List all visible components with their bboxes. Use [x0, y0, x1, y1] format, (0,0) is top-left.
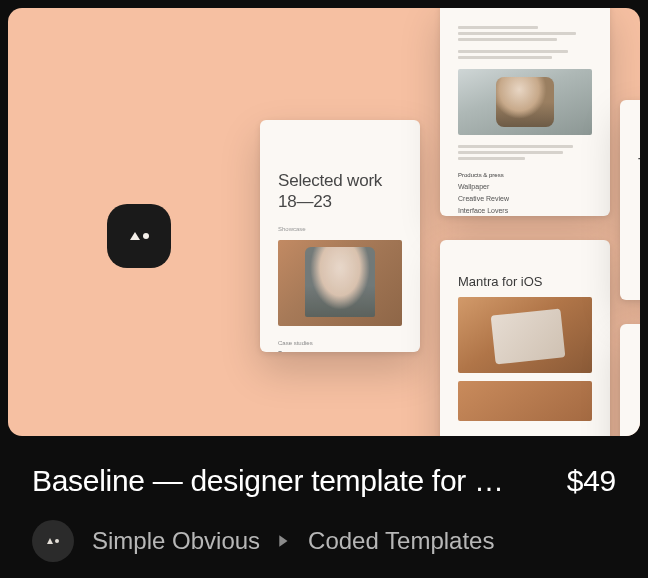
mockup-bottom-label: Case studies — [278, 340, 402, 346]
brand-squircle-icon — [107, 204, 171, 268]
mockup-page-about: Products & press Wallpaper Creative Revi… — [440, 8, 610, 216]
mockup-heading: The — [638, 156, 640, 174]
mockup-page-right-peek: The — [620, 100, 640, 300]
mockup-section-heading: Products & press — [458, 172, 592, 178]
mockup-image — [458, 381, 592, 421]
mockup-link-label: Super app → — [278, 350, 402, 352]
dot-glyph-icon — [55, 539, 59, 543]
product-title[interactable]: Baseline — designer template for F… — [32, 464, 512, 498]
mockup-heading: Selected work 18—23 — [278, 170, 402, 212]
category-link[interactable]: Coded Templates — [308, 527, 494, 555]
mockup-heading-line1: Selected work — [278, 171, 382, 190]
mockup-page-selected-work: Selected work 18—23 Showcase Case studie… — [260, 120, 420, 352]
mockup-image — [278, 240, 402, 326]
mockup-heading: Mantra for iOS — [458, 274, 592, 289]
product-card[interactable]: Selected work 18—23 Showcase Case studie… — [0, 0, 648, 578]
mockup-image — [458, 69, 592, 135]
triangle-glyph-icon — [47, 538, 53, 544]
mockup-page-bottom-peek — [620, 324, 640, 436]
list-item: Wallpaper — [458, 182, 592, 191]
list-item: Creative Review — [458, 194, 592, 203]
product-thumbnail[interactable]: Selected work 18—23 Showcase Case studie… — [8, 8, 640, 436]
dot-glyph-icon — [143, 233, 149, 239]
mockup-section-label: Showcase — [278, 226, 402, 232]
list-item: Interface Lovers — [458, 206, 592, 215]
product-meta: Baseline — designer template for F… $49 … — [0, 444, 648, 562]
mockup-page-mantra: Mantra for iOS — [440, 240, 610, 436]
creator-link[interactable]: Simple Obvious — [92, 527, 260, 555]
creator-row: Simple Obvious Coded Templates — [32, 520, 616, 562]
mockup-heading-line2: 18—23 — [278, 192, 332, 211]
title-row: Baseline — designer template for F… $49 — [32, 464, 616, 498]
product-price: $49 — [567, 464, 616, 498]
mockup-image — [458, 297, 592, 373]
creator-avatar[interactable] — [32, 520, 74, 562]
breadcrumb-separator-icon — [278, 534, 290, 548]
triangle-glyph-icon — [130, 232, 140, 240]
